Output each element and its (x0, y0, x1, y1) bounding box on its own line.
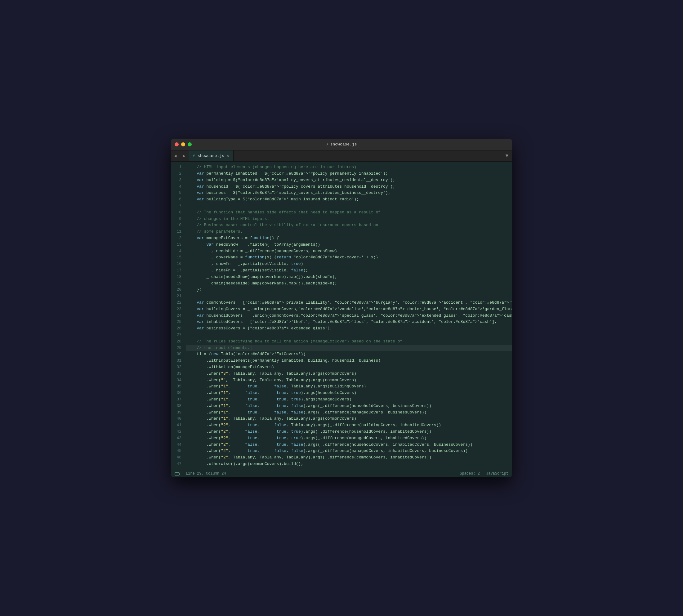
code-line: .when("2", Tabla.any, Tabla.any, Tabla.a… (186, 455, 512, 461)
code-line: // The rules specifying how to call the … (186, 338, 512, 345)
code-line: var buildingType = $("color:#e8d87a">'.m… (186, 196, 512, 203)
editor-area: 1234567891011121314151617181920212223242… (171, 161, 512, 469)
line-numbers: 1234567891011121314151617181920212223242… (171, 161, 186, 469)
line-number: 37 (173, 396, 181, 403)
code-line: var manageExtCovers = function() { (186, 235, 512, 242)
window-title: ⚡ showcase.js (326, 142, 357, 147)
code-line: // the input elements.| (186, 345, 512, 351)
code-line: _.chain(needsHide).map(coverName).map(j)… (186, 280, 512, 287)
line-number: 42 (173, 428, 181, 435)
maximize-button[interactable] (188, 142, 192, 147)
code-line: .when("1", true, true, true).args(manage… (186, 396, 512, 403)
code-line: .withInputElements(permanently_inhabited… (186, 358, 512, 364)
line-number: 1 (173, 164, 181, 171)
line-number: 44 (173, 442, 181, 448)
code-line: .when("", Tabla.any, Tabla.any, Tabla.an… (186, 377, 512, 384)
line-number: 22 (173, 300, 181, 306)
status-bar-right: Spaces: 2 JavaScript (460, 471, 508, 476)
line-number: 28 (173, 338, 181, 345)
code-line (186, 332, 512, 338)
code-content[interactable]: // HTML input elements (changes happenin… (186, 161, 512, 469)
code-line: _.chain(needsShow).map(coverName).map(j)… (186, 274, 512, 280)
file-icon: ⚡ (326, 142, 328, 147)
line-number: 45 (173, 448, 181, 455)
line-number: 29 (173, 345, 181, 351)
line-number: 5 (173, 190, 181, 196)
tab-file-icon: ⚡ (193, 154, 195, 158)
spaces-indicator: Spaces: 2 (460, 471, 480, 476)
code-line: .withAction(manageExtCovers) (186, 364, 512, 371)
line-number: 13 (173, 242, 181, 248)
screen-icon (175, 472, 180, 476)
editor-window: ⚡ showcase.js ◀ ▶ ⚡ showcase.js ✕ ▼ 1234… (171, 139, 512, 477)
line-number: 25 (173, 319, 181, 325)
tab-label: showcase.js (198, 154, 224, 158)
tab-bar: ◀ ▶ ⚡ showcase.js ✕ ▼ (171, 150, 512, 161)
code-line: , hideFn = _.partial(setVisible, false); (186, 267, 512, 274)
code-line: // changes in the HTML inputs. (186, 216, 512, 222)
code-line: // HTML input elements (changes happenin… (186, 164, 512, 171)
line-number: 39 (173, 410, 181, 416)
line-number: 6 (173, 196, 181, 203)
line-number: 41 (173, 422, 181, 428)
tab-showcase[interactable]: ⚡ showcase.js ✕ (189, 150, 234, 161)
code-line: var buildingCovers = _.union(commonCover… (186, 306, 512, 313)
tab-dropdown[interactable]: ▼ (502, 153, 512, 159)
line-number: 15 (173, 254, 181, 261)
code-line: var permanently_inhabited = $("color:#e8… (186, 171, 512, 177)
code-line: var commonCovers = ["color:#e8d87a">'pri… (186, 300, 512, 306)
line-number: 23 (173, 306, 181, 313)
code-line: .when("1", true, false, Tabla.any).args(… (186, 383, 512, 390)
line-number: 4 (173, 184, 181, 190)
line-number: 43 (173, 435, 181, 442)
code-line: .when("1", true, false, false).args(_.di… (186, 410, 512, 416)
code-line: , showFn = _.partial(setVisible, true) (186, 261, 512, 267)
line-number: 32 (173, 364, 181, 371)
tab-nav-right[interactable]: ▶ (180, 153, 188, 158)
line-number: 35 (173, 383, 181, 390)
line-number: 34 (173, 377, 181, 384)
traffic-lights (175, 142, 192, 147)
line-number: 40 (173, 416, 181, 422)
line-number: 9 (173, 216, 181, 222)
code-line: // some parameters. (186, 228, 512, 235)
line-number: 14 (173, 248, 181, 255)
code-line: .when("1", Tabla.any, Tabla.any, Tabla.a… (186, 416, 512, 422)
code-line: .when("2", true, true, true).args(_.diff… (186, 435, 512, 442)
line-number: 26 (173, 325, 181, 332)
status-bar: Line 29, Column 24 Spaces: 2 JavaScript (171, 470, 512, 477)
line-number: 46 (173, 455, 181, 461)
minimize-button[interactable] (181, 142, 185, 147)
code-line: , needsHide = _.difference(managedCovers… (186, 248, 512, 255)
code-line: .when("2", false, true, true).args(_.dif… (186, 428, 512, 435)
line-number: 31 (173, 358, 181, 364)
code-line: .when("2", false, true, false).args(_.di… (186, 442, 512, 448)
code-line: .when("2", true, false, false).args(_.di… (186, 448, 512, 455)
line-number: 8 (173, 210, 181, 216)
line-number: 24 (173, 313, 181, 319)
code-line: , coverName = function(x) {return "color… (186, 254, 512, 261)
code-line: }; (186, 287, 512, 293)
line-number: 11 (173, 228, 181, 235)
code-line: .when("1", false, true, true).args(house… (186, 390, 512, 396)
line-number: 3 (173, 177, 181, 184)
code-line: .when("1", false, true, false).args(_.di… (186, 403, 512, 410)
tab-nav-left[interactable]: ◀ (171, 153, 180, 158)
line-number: 16 (173, 261, 181, 267)
code-line: var needsShow = _.flatten(_.toArray(argu… (186, 242, 512, 248)
line-number: 36 (173, 390, 181, 396)
line-number: 12 (173, 235, 181, 242)
code-line: var inhabitedCovers = ["color:#e8d87a">'… (186, 319, 512, 325)
language-indicator: JavaScript (486, 471, 508, 476)
line-number: 17 (173, 267, 181, 274)
cursor-position: Line 29, Column 24 (186, 471, 226, 476)
code-line: var householdCovers = _.union(commonCove… (186, 313, 512, 319)
code-line: var business = $("color:#e8d87a">'#polic… (186, 190, 512, 196)
code-line: .when("2", true, false, Tabla.any).args(… (186, 422, 512, 428)
tab-close-button[interactable]: ✕ (227, 154, 229, 158)
line-number: 2 (173, 171, 181, 177)
line-number: 27 (173, 332, 181, 338)
close-button[interactable] (175, 142, 179, 147)
line-number: 47 (173, 461, 181, 467)
line-number: 19 (173, 280, 181, 287)
